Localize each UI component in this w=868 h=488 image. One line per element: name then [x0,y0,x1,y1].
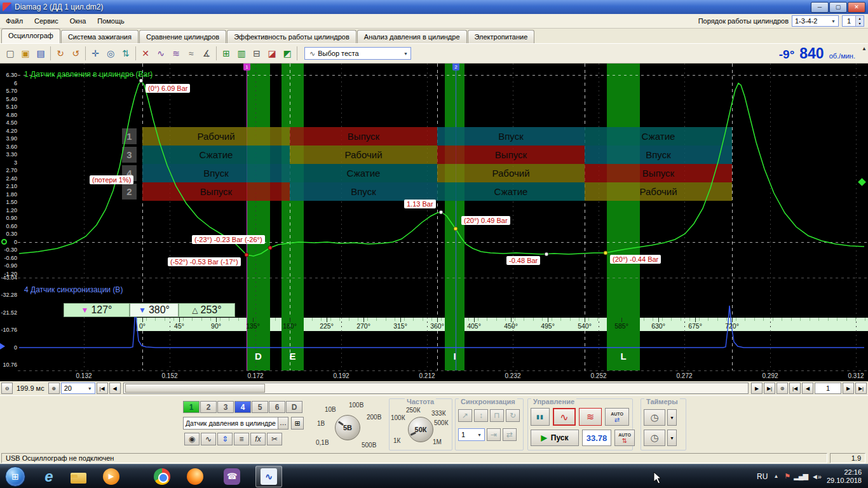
history-icon[interactable]: ↺ [68,46,83,61]
taskbar-clock[interactable]: 22:16 29.10.2018 [827,468,862,485]
scroll-up-icon[interactable]: ▲ [862,46,867,51]
zoom-reset-button[interactable]: ⊛ [776,383,788,394]
sync-direction-icon[interactable]: ⇄ [503,428,517,441]
close-button[interactable]: ✕ [848,2,865,13]
cylinder-count-spinner[interactable]: 1 ▴ ▾ [842,15,864,27]
zoom-out-button[interactable]: ⊖ [1,383,13,394]
sensor-options-button[interactable]: … [278,417,288,429]
zoom-icon[interactable]: ◎ [103,46,118,61]
diamag-taskbar-button[interactable]: ∿ [255,466,282,487]
start-button[interactable]: ▶ Пуск [531,430,579,446]
sync-markers-icon[interactable]: ⊞ [219,46,234,61]
page-last-button[interactable]: ▶| [855,383,867,394]
tab[interactable]: Сравнение цилиндров [139,30,226,43]
clear-icon[interactable]: ✕ [138,46,153,61]
channel-button-4[interactable]: 4 [234,401,251,413]
tray-flag-icon[interactable]: ⚑ [784,472,790,480]
sync-repeat-icon[interactable]: ↻ [506,409,520,422]
open-file-icon[interactable]: ▣ [18,46,33,61]
firefox-taskbar-button[interactable] [182,466,208,487]
timer1-dropdown[interactable]: ▼ [667,409,677,426]
voltage-range-knob[interactable]: 5В [335,415,360,440]
frequency-knob[interactable]: 50К [408,417,433,442]
firing-order-select[interactable]: 1-3-4-2 ▼ [792,15,839,27]
channel-button-3[interactable]: 3 [217,401,234,413]
sync-shift-icon[interactable]: ⇥ [487,428,501,441]
go-first-button[interactable]: |◀ [97,383,108,394]
auto-scale-icon[interactable]: ≈ [184,46,199,61]
go-next-button[interactable]: ▶ [751,383,763,394]
tab[interactable]: Анализ давления в цилиндре [357,30,467,43]
grid-columns-icon[interactable]: ▥ [234,46,249,61]
new-file-icon[interactable]: ▢ [3,46,18,61]
refresh-icon[interactable]: ↻ [53,46,68,61]
channel-button-6[interactable]: 6 [269,401,285,413]
single-sweep-button[interactable]: ∿ [553,408,576,426]
tab[interactable]: Электропитание [468,30,535,43]
timer1-button[interactable]: ◷ [644,409,665,426]
cut-icon[interactable]: ✂ [267,433,282,445]
spinner-down-icon[interactable]: ▾ [856,21,864,26]
menu-item[interactable]: Помощь [92,15,130,27]
internet-explorer-taskbar-button[interactable]: e [36,466,62,487]
channel-button-d[interactable]: D [286,401,302,413]
page-next-button[interactable]: ▶ [843,383,854,394]
page-first-button[interactable]: |◀ [789,383,801,394]
go-prev-button[interactable]: ◀ [109,383,121,394]
tab[interactable]: Система зажигания [61,30,139,43]
export-icon[interactable]: ◩ [280,46,295,61]
menu-item[interactable]: Файл [0,15,29,27]
tray-expand-icon[interactable]: ▲ [773,473,778,479]
sync-channel-select[interactable]: 1 ▼ [458,428,485,441]
sync-level-icon[interactable]: ↕ [474,409,488,422]
maximize-button[interactable]: ▢ [829,2,847,13]
channel-button-1[interactable]: 1 [183,401,200,413]
tab-active[interactable]: Осциллограф [1,29,60,43]
viber-taskbar-button[interactable]: ☎ [219,466,245,487]
pause-button[interactable]: ▮▮ [531,408,550,426]
language-indicator[interactable]: RU [757,472,768,481]
smooth-wave-icon[interactable]: ∿ [153,46,168,61]
auto-trigger-button[interactable]: AUTO ⇅ [614,430,635,446]
minimize-button[interactable]: ─ [811,2,829,13]
page-prev-button[interactable]: ◀ [802,383,813,394]
channel-button-5[interactable]: 5 [252,401,268,413]
fit-vertical-icon[interactable]: ⇅ [118,46,133,61]
vertical-fit-icon[interactable]: ⇕ [217,433,233,445]
start-button[interactable]: ⊞ [5,466,25,487]
line-style-icon[interactable]: ≡ [234,433,249,445]
file-explorer-taskbar-button[interactable] [65,466,92,487]
scrollbar-thumb[interactable] [125,384,265,393]
tray-network-icon[interactable]: ▂▄▆ [794,472,808,480]
test-select[interactable]: ∿ Выбор теста ▼ [304,47,411,60]
formula-icon[interactable]: fx [250,433,266,445]
timer2-dropdown[interactable]: ▼ [667,430,677,446]
tray-volume-icon[interactable]: ◄» [811,473,821,480]
channel-button-2[interactable]: 2 [200,401,217,413]
menu-item[interactable]: Окна [64,15,92,27]
overlay-wave-icon[interactable]: ≋ [168,46,184,61]
scrollbar-track[interactable] [123,383,749,394]
split-view-icon[interactable]: ⊟ [249,46,264,61]
chrome-taskbar-button[interactable] [149,466,175,487]
sync-window-icon[interactable]: ⊓ [490,409,504,422]
oscilloscope-display[interactable]: 1 Датчик давления в цилиндре (Bar) 4 Дат… [0,64,868,381]
page-number-field[interactable]: 1 [815,383,841,394]
pan-icon[interactable]: ✛ [88,46,103,61]
auto-mode-button[interactable]: AUTO ⇄ [605,408,629,426]
cursor-flag[interactable]: 2 [452,64,459,71]
save-icon[interactable]: ▤ [33,46,48,61]
visibility-icon[interactable]: ◉ [184,433,200,445]
sensor-settings-button[interactable]: ⊞ [291,417,304,430]
spinner-up-icon[interactable]: ▴ [856,16,864,21]
continuous-sweep-button[interactable]: ≋ [579,408,602,426]
timer2-button[interactable]: ◷ [644,430,665,446]
menu-item[interactable]: Сервис [29,15,64,27]
zoom-in-button[interactable]: ⊕ [48,383,60,394]
waveform-icon[interactable]: ∿ [201,433,216,445]
angle-measure-icon[interactable]: ∡ [199,46,214,61]
go-last-button[interactable]: ▶| [764,383,775,394]
zoom-factor-select[interactable]: 20 ▼ [61,383,95,394]
media-player-taskbar-button[interactable]: ▶ [98,466,125,487]
sync-rise-edge-icon[interactable]: ↗ [458,409,472,422]
